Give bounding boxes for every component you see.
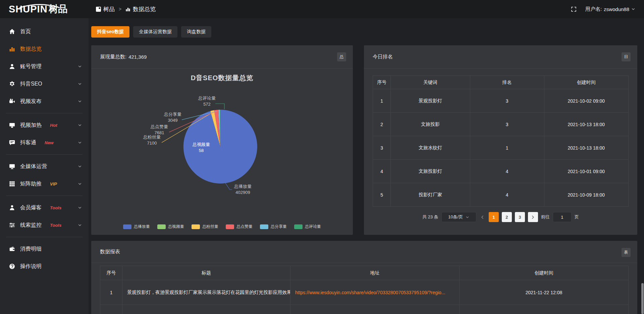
table-header-row: 序号标题地址创建时间: [100, 266, 629, 280]
header-right: 用户名: zswodun88: [571, 6, 644, 12]
page-button-3[interactable]: 3: [515, 212, 525, 222]
table-header-row: 序号关键词排名创建时间: [373, 76, 629, 89]
report-table: 序号标题地址创建时间1景观投影灯，夜游景观投影灯厂家展示展示落花灯在花园里的灯光…: [100, 266, 629, 314]
table-cell: 2021-10-13 18:00: [544, 136, 628, 160]
pie-label-总评论量: 572: [203, 102, 211, 107]
column-header: 创建时间: [544, 76, 628, 89]
pie-label-总播放量: 总播放量: [234, 184, 252, 189]
breadcrumb-current[interactable]: 数据总览: [125, 5, 156, 13]
sidebar-item-badge: VIP: [50, 181, 57, 187]
sidebar-item-label: 抖客通: [20, 139, 36, 146]
sidebar-item-badge: Tools: [50, 223, 61, 228]
prev-page-button[interactable]: [479, 215, 486, 219]
table-cell: [100, 305, 122, 314]
sidebar-item-label: 抖音SEO: [20, 81, 42, 88]
tab-media-operation-data[interactable]: 全媒体运营数据: [133, 26, 177, 38]
sidebar-item-instructions[interactable]: 操作说明: [0, 258, 89, 275]
sidebar-divider: [6, 154, 83, 155]
legend-item-总分享量[interactable]: 总分享量: [260, 224, 287, 229]
table-cell: [122, 305, 290, 314]
vertical-scrollbar-thumb[interactable]: [641, 283, 644, 314]
column-header: 地址: [290, 266, 459, 280]
sidebar-item-label: 账号管理: [20, 63, 42, 70]
legend-item-总播放量[interactable]: 总播放量: [123, 224, 150, 229]
page-size-select[interactable]: 10条/页: [441, 212, 476, 222]
wallet-icon: [9, 246, 15, 252]
sidebar-item-label: 全媒体运营: [20, 163, 47, 170]
page-button-2[interactable]: 2: [502, 212, 512, 222]
table-row: 3文旅水纹灯12021-10-13 18:00: [373, 136, 629, 160]
top-header: SHUPIN 树品 树品 > 数据总览 用户名: zswodun88: [0, 0, 644, 18]
sidebar-item-video-heat[interactable]: 视频加热Hot: [0, 116, 89, 134]
legend-item-总评论量[interactable]: 总评论量: [294, 224, 321, 229]
chevron-down-icon: [78, 82, 82, 86]
total-badge-button[interactable]: 总: [337, 52, 346, 61]
pie-chart: 总播放量402909总视频量58总粉丝量7100总点赞量7681总分享量3049…: [91, 69, 353, 213]
pie-label-总点赞量: 总点赞量: [150, 124, 168, 129]
sidebar-item-matrix-boost[interactable]: 矩阵助推VIP: [0, 175, 89, 193]
user-icon: [9, 63, 15, 69]
pie-label-总分享量: 总分享量: [164, 112, 181, 117]
tab-douyin-seo-data[interactable]: 抖音seo数据: [91, 26, 129, 38]
pie-label-总分享量: 3049: [168, 118, 178, 123]
sidebar-item-douyin-seo[interactable]: 抖音SEO: [0, 75, 89, 93]
pie-chart-area: D音SEO数据量总览 总播放量402909总视频量58总粉丝量7100总点赞量7…: [91, 69, 353, 235]
sidebar-divider: [6, 113, 83, 113]
ranking-panel-header: 今日排名 日: [364, 45, 637, 69]
goto-suffix: 页: [575, 214, 579, 220]
created-time: 2021-11-22 12:08: [459, 280, 628, 305]
main-content: 抖音seo数据全媒体运营数据询盘数据 展现量总数: 421,369 总 D音SE…: [89, 18, 644, 314]
pie-label-总粉丝量: 7100: [147, 141, 157, 146]
pagination-total: 共 23 条: [422, 214, 438, 220]
sidebar-item-consumption-detail[interactable]: 消费明细: [0, 240, 89, 258]
data-source-tabs: 抖音seo数据全媒体运营数据询盘数据: [91, 26, 637, 38]
page-button-1[interactable]: 1: [489, 212, 499, 222]
fullscreen-icon[interactable]: [571, 6, 577, 12]
pie-label-line-总评论量: [215, 104, 224, 109]
chevron-down-icon: [78, 206, 82, 210]
legend-label: 总粉丝量: [202, 224, 218, 229]
sidebar-item-data-overview[interactable]: 数据总览: [0, 40, 89, 58]
user-menu[interactable]: 用户名: zswodun88: [585, 6, 635, 12]
legend-item-总视频量[interactable]: 总视频量: [157, 224, 184, 229]
legend-item-总点赞量[interactable]: 总点赞量: [226, 224, 253, 229]
table-cell: 文旅水纹灯: [391, 136, 470, 160]
day-badge-button[interactable]: 日: [622, 52, 631, 61]
video-url-link[interactable]: https://www.iesdouyin.com/share/video/70…: [290, 280, 459, 305]
table-row-partial: [100, 305, 629, 314]
sidebar-item-media-operation[interactable]: 全媒体运营: [0, 158, 89, 175]
video-camera-icon: [9, 98, 15, 104]
legend-item-总粉丝量[interactable]: 总粉丝量: [192, 224, 218, 229]
sidebar-divider: [6, 196, 83, 196]
column-header: 排名: [470, 76, 544, 89]
chevron-right-icon: [531, 215, 535, 219]
table-cell: 2021-10-01 09:00: [544, 160, 628, 183]
desktop-icon: [9, 163, 15, 169]
legend-label: 总播放量: [134, 224, 150, 229]
ranking-panel: 今日排名 日 序号关键词排名创建时间1景观投影灯32021-10-02 09:0…: [364, 45, 637, 235]
sidebar-item-home[interactable]: 首页: [0, 23, 89, 40]
grid-icon: [9, 181, 15, 187]
sidebar-item-clue-monitor[interactable]: 线索监控Tools: [0, 216, 89, 234]
sidebar-item-account-manage[interactable]: 账号管理: [0, 58, 89, 75]
sidebar: 首页数据总览账号管理抖音SEO视频发布视频加热Hot抖客通New全媒体运营矩阵助…: [0, 18, 89, 314]
sidebar-item-member-burst[interactable]: 会员爆客Tools: [0, 199, 89, 216]
tab-inquiry-data[interactable]: 询盘数据: [181, 26, 211, 38]
chart-legend: 总播放量总视频量总粉丝量总点赞量总分享量总评论量: [91, 224, 353, 229]
sidebar-item-douketong[interactable]: 抖客通New: [0, 134, 89, 151]
sidebar-item-video-publish[interactable]: 视频发布: [0, 93, 89, 110]
app-logo[interactable]: SHUPIN 树品: [0, 3, 89, 15]
sidebar-item-label: 首页: [20, 28, 31, 35]
gear-icon: [9, 81, 15, 87]
sidebar-item-label: 数据总览: [20, 46, 42, 53]
breadcrumb-root[interactable]: 树品: [96, 5, 115, 13]
next-page-button[interactable]: [528, 212, 538, 222]
goto-page-input[interactable]: [553, 212, 572, 222]
logo-arc-icon: [18, 4, 61, 8]
pie-label-总点赞量: 7681: [155, 130, 164, 135]
chevron-down-icon: [78, 123, 82, 127]
sliders-icon: [9, 222, 15, 228]
legend-label: 总评论量: [305, 224, 321, 229]
table-badge-button[interactable]: 表: [622, 248, 631, 257]
chevron-down-icon: [78, 99, 82, 103]
